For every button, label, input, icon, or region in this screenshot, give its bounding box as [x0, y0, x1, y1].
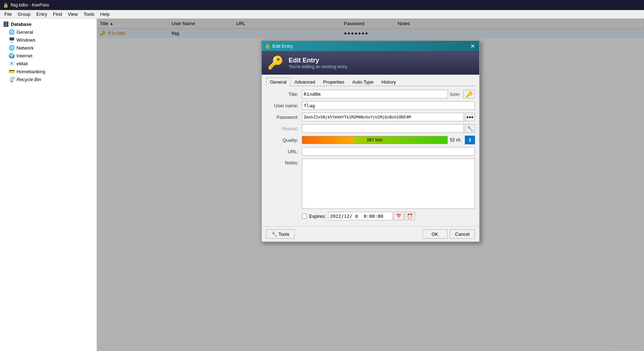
dialog-tabs: General Advanced Properties Auto-Type Hi…	[266, 78, 475, 86]
menu-file[interactable]: File	[1, 11, 15, 18]
ok-button[interactable]: OK	[423, 229, 448, 239]
tab-advanced[interactable]: Advanced	[290, 78, 319, 86]
quality-label: Quality:	[266, 137, 302, 143]
database-icon: 🗄️	[3, 21, 9, 27]
repeat-row: Repeat: 🔧	[266, 124, 475, 133]
sidebar-item-homebanking[interactable]: 💳 Homebanking	[0, 67, 97, 75]
menu-tools[interactable]: Tools	[81, 11, 97, 18]
menu-bar: File Group Entry Find View Tools Help	[0, 10, 644, 19]
sidebar-item-network[interactable]: 🌐 Network	[0, 44, 97, 52]
title-label: Title:	[266, 92, 302, 97]
dialog-title-text: Edit Entry	[272, 43, 293, 49]
quality-bar-text: 267 bits	[302, 136, 447, 144]
expires-text-label: Expires:	[309, 214, 326, 219]
sidebar-item-email[interactable]: 📧 eMail	[0, 60, 97, 67]
url-row: URL:	[266, 147, 475, 156]
quality-bar: 267 bits	[302, 136, 448, 144]
notes-row: Notes:	[266, 159, 475, 209]
window-title: flag.kdbx - KeePass	[11, 3, 49, 8]
app-icon: 🔒	[3, 3, 9, 8]
url-input[interactable]	[302, 147, 475, 156]
sidebar-item-general[interactable]: 🌐 General	[0, 28, 97, 36]
password-row: Password: ●●●	[266, 113, 475, 121]
email-icon: 📧	[9, 61, 14, 66]
menu-group[interactable]: Group	[15, 11, 33, 18]
cancel-button[interactable]: Cancel	[450, 229, 475, 239]
edit-entry-dialog: 🔒 Edit Entry ✕ 🔑 Edit Entry You're editi…	[261, 40, 480, 242]
content-area: Title ▲ User Name URL Password Notes 🔑 R…	[97, 19, 644, 351]
password-toggle-button[interactable]: ●●●	[465, 113, 475, 121]
dialog-titlebar-left: 🔒 Edit Entry	[265, 43, 293, 49]
sidebar-item-database[interactable]: 🗄️ Database	[0, 20, 97, 28]
tools-button[interactable]: 🔧 Tools	[266, 229, 295, 239]
expires-time-button[interactable]: ⏰	[405, 212, 415, 220]
main-layout: 🗄️ Database 🌐 General 🖥️ Windows 🌐 Netwo…	[0, 19, 644, 351]
quality-info-button[interactable]: ℹ	[465, 136, 475, 144]
icon-button[interactable]: 🔑	[463, 90, 475, 98]
menu-entry[interactable]: Entry	[33, 11, 50, 18]
sidebar-item-internet[interactable]: 🌍 Internet	[0, 52, 97, 60]
password-input[interactable]	[302, 113, 464, 121]
recycle-icon: 🗑️	[9, 76, 14, 82]
dialog-header-title: Edit Entry	[289, 57, 348, 64]
menu-help[interactable]: Help	[97, 11, 113, 18]
title-row: Title: Icon: 🔑	[266, 90, 475, 98]
tab-history[interactable]: History	[378, 78, 400, 86]
generate-password-button[interactable]: 🔧	[465, 124, 475, 133]
password-field-wrapper: ●●●	[302, 113, 475, 121]
expires-row: Expires: 📅 ⏰	[266, 212, 475, 220]
dialog-close-button[interactable]: ✕	[468, 42, 476, 50]
dialog-header: 🔑 Edit Entry You're editing an existing …	[262, 51, 479, 75]
dialog-key-icon: 🔑	[267, 55, 284, 70]
expires-input[interactable]	[328, 212, 393, 220]
quality-bar-wrapper: 267 bits 52 ch. ℹ	[302, 136, 475, 144]
dialog-body: General Advanced Properties Auto-Type Hi…	[262, 75, 479, 226]
internet-icon: 🌍	[9, 53, 14, 58]
footer-btn-group: OK Cancel	[423, 229, 475, 239]
tab-general[interactable]: General	[266, 78, 290, 86]
menu-view[interactable]: View	[65, 11, 81, 18]
sidebar: 🗄️ Database 🌐 General 🖥️ Windows 🌐 Netwo…	[0, 19, 97, 351]
sidebar-item-recycle[interactable]: 🗑️ Recycle Bin	[0, 75, 97, 83]
tab-properties[interactable]: Properties	[319, 78, 348, 86]
username-row: User name:	[266, 101, 475, 110]
tab-autotype[interactable]: Auto-Type	[348, 78, 377, 86]
dialog-footer: 🔧 Tools OK Cancel	[262, 226, 479, 242]
modal-overlay: 🔒 Edit Entry ✕ 🔑 Edit Entry You're editi…	[97, 19, 644, 351]
general-icon: 🌐	[9, 29, 14, 35]
notes-textarea[interactable]	[302, 159, 475, 209]
quality-chars: 52 ch.	[450, 137, 462, 142]
watermark: CSDN @vlan103	[610, 345, 640, 349]
notes-label: Notes:	[266, 159, 302, 165]
repeat-label: Repeat:	[266, 126, 302, 131]
dialog-titlebar: 🔒 Edit Entry ✕	[262, 41, 479, 51]
url-label: URL:	[266, 149, 302, 154]
dialog-header-text: Edit Entry You're editing an existing en…	[289, 57, 348, 69]
homebanking-icon: 💳	[9, 69, 14, 74]
password-label: Password:	[266, 114, 302, 120]
title-input[interactable]	[302, 90, 448, 98]
network-icon: 🌐	[9, 45, 14, 51]
sidebar-item-windows[interactable]: 🖥️ Windows	[0, 36, 97, 44]
username-input[interactable]	[302, 101, 475, 110]
expires-checkbox[interactable]	[302, 214, 307, 219]
dialog-header-subtitle: You're editing an existing entry.	[289, 64, 348, 69]
dialog-title-icon: 🔒	[265, 43, 270, 49]
title-bar: 🔒 flag.kdbx - KeePass	[0, 0, 644, 10]
repeat-input[interactable]	[302, 124, 464, 133]
username-label: User name:	[266, 103, 302, 108]
expires-calendar-button[interactable]: 📅	[394, 212, 404, 220]
icon-label: Icon:	[448, 92, 462, 97]
quality-row: Quality: 267 bits 52 ch. ℹ	[266, 136, 475, 144]
windows-icon: 🖥️	[9, 37, 14, 43]
menu-find[interactable]: Find	[50, 11, 65, 18]
